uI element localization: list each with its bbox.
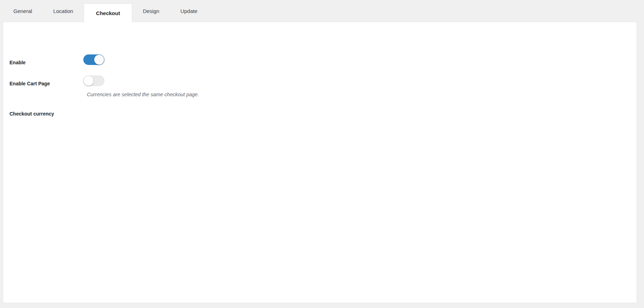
checkout-settings-panel: Enable Enable Cart Page Currencies are s… (3, 22, 637, 303)
settings-tabbar: General Location Checkout Design Update (3, 0, 208, 22)
tab-location[interactable]: Location (43, 0, 84, 22)
cart-page-help-text: Currencies are selected the same checkou… (87, 92, 199, 97)
enable-label: Enable (9, 60, 26, 65)
tab-design[interactable]: Design (132, 0, 170, 22)
tab-update[interactable]: Update (170, 0, 208, 22)
checkout-currency-label: Checkout currency (9, 111, 54, 117)
tab-checkout[interactable]: Checkout (84, 4, 132, 22)
enable-cart-page-label: Enable Cart Page (9, 81, 50, 86)
tab-general[interactable]: General (3, 0, 43, 22)
toggle-knob (84, 76, 94, 86)
enable-cart-page-toggle[interactable] (83, 76, 104, 86)
enable-toggle[interactable] (83, 54, 104, 65)
toggle-knob (94, 55, 104, 65)
